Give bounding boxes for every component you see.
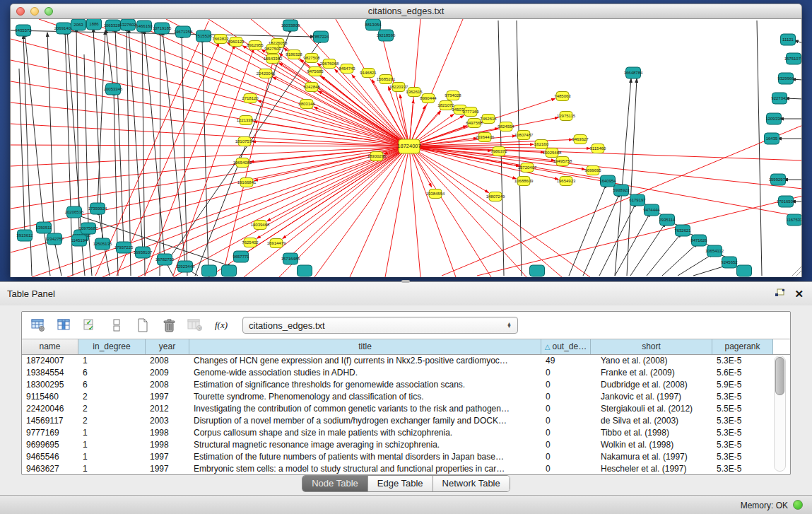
cell-year: 1997 xyxy=(146,451,189,463)
node-label: 7663822 xyxy=(212,37,229,41)
mdi-desktop: citations_edges.txt 89601238912955182260… xyxy=(0,0,812,281)
node-label: 12213387 xyxy=(237,118,256,122)
node-label: 20364436 xyxy=(476,135,495,139)
table-row[interactable]: 1830029562008Estimation of significance … xyxy=(22,379,790,391)
table-row[interactable]: 1456911722003Disruption of a novel membe… xyxy=(22,415,790,427)
column-header-title[interactable]: title xyxy=(189,339,541,354)
node-label: 8990444 xyxy=(420,96,437,100)
tab-node-table[interactable]: Node Table xyxy=(302,476,368,491)
table-row[interactable]: 977716911998Corpus callosum shape and si… xyxy=(22,427,790,439)
cell-year: 2003 xyxy=(146,415,189,427)
network-window[interactable]: citations_edges.txt 89601238912955182260… xyxy=(10,4,802,277)
node-label: 7986372 xyxy=(490,149,507,153)
table-row[interactable]: 969969511998Structural magnetic resonanc… xyxy=(22,439,790,451)
node-label: 11121 xyxy=(782,37,794,42)
table-settings-icon[interactable] xyxy=(29,317,47,334)
tab-network-table[interactable]: Network Table xyxy=(433,476,510,491)
network-node[interactable] xyxy=(530,265,545,276)
node-label: 18220337 xyxy=(389,85,408,89)
cell-year: 2008 xyxy=(146,379,189,391)
node-label: 5938923 xyxy=(613,188,630,192)
scrollbar-thumb[interactable] xyxy=(775,357,784,395)
cell-pagerank: 5.6E-5 xyxy=(712,367,773,379)
show-columns-icon[interactable] xyxy=(55,317,73,334)
network-node[interactable] xyxy=(202,265,217,276)
network-edge xyxy=(615,213,650,276)
memory-status-dot[interactable] xyxy=(793,500,803,510)
table-row[interactable]: 911546021997Tourette syndrome. Phenomeno… xyxy=(22,391,790,403)
row-height-icon[interactable] xyxy=(107,317,126,334)
table-row[interactable]: 1938455462009Genome-wide association stu… xyxy=(22,367,790,379)
split-divider-handle[interactable] xyxy=(401,280,410,283)
zoom-window-icon[interactable] xyxy=(45,7,53,16)
import-table-icon[interactable]: ✕ xyxy=(186,317,204,334)
cell-name: 9463627 xyxy=(22,463,78,475)
node-label: 1145194 xyxy=(71,238,88,243)
float-panel-icon[interactable] xyxy=(775,288,785,300)
cell-pagerank: 5.5E-5 xyxy=(712,403,773,415)
table-row[interactable]: 1872400712008Changes of HCN gene express… xyxy=(22,355,790,367)
node-label: 1167533 xyxy=(787,218,802,222)
table-selector-value: citations_edges.txt xyxy=(249,320,325,331)
node-label: 15720407 xyxy=(518,165,537,170)
node-label: 16648784 xyxy=(624,71,643,75)
column-header-out_degree[interactable]: △out_de… xyxy=(541,339,591,354)
canvas-resize-grip[interactable] xyxy=(792,266,802,276)
minimize-window-icon[interactable] xyxy=(30,7,39,16)
column-header-short[interactable]: short xyxy=(591,339,712,354)
node-label: 18300295 xyxy=(367,154,387,158)
table-vertical-scrollbar[interactable] xyxy=(774,356,786,472)
close-window-icon[interactable] xyxy=(16,7,25,16)
node-label: 2718120 xyxy=(242,96,259,100)
column-header-year[interactable]: year xyxy=(146,339,189,354)
table-row[interactable]: 946554611997Estimation of the future num… xyxy=(22,451,790,463)
node-label: 16033809 xyxy=(281,23,300,28)
network-edge xyxy=(409,146,420,277)
cell-short: Hescheler et al. (1997) xyxy=(591,463,712,475)
network-node[interactable] xyxy=(737,265,752,276)
column-header-name[interactable]: name xyxy=(22,339,78,354)
network-edge xyxy=(517,21,522,276)
cell-out_degree: 0 xyxy=(541,439,591,451)
column-header-in_degree[interactable]: in_degree xyxy=(78,339,146,354)
cell-short: Tibbo et al. (1998) xyxy=(591,427,712,439)
delete-table-icon[interactable] xyxy=(160,317,178,334)
network-edge xyxy=(129,28,143,250)
network-node[interactable] xyxy=(222,265,237,276)
close-panel-icon[interactable]: ✕ xyxy=(794,288,804,300)
node-label: 9824554 xyxy=(498,124,514,129)
node-label: 9227342 xyxy=(771,96,788,100)
node-label: 9777169 xyxy=(462,110,479,114)
select-all-icon[interactable]: ✓ ✓ xyxy=(81,317,100,334)
node-label: 10807487 xyxy=(514,133,534,137)
cell-short: Jankovic et al. (1997) xyxy=(591,391,712,403)
cell-year: 2009 xyxy=(146,367,189,379)
node-label: 1362615 xyxy=(406,90,423,94)
network-edge xyxy=(163,31,185,264)
cell-name: 9699695 xyxy=(22,439,78,451)
cell-short: Stergiakouli et al. (2012) xyxy=(591,403,712,415)
node-label: 2935114 xyxy=(659,218,676,222)
cell-title: Tourette syndrome. Phenomenology and cla… xyxy=(189,391,541,403)
function-builder-icon[interactable]: f(x) xyxy=(212,317,230,334)
column-header-pagerank[interactable]: pagerank xyxy=(712,339,773,354)
table-row[interactable]: 946362711997Embryonic stem cells: a mode… xyxy=(22,463,790,475)
sort-asc-icon: △ xyxy=(545,343,551,351)
network-window-titlebar[interactable]: citations_edges.txt xyxy=(10,4,802,19)
cell-in_degree: 1 xyxy=(78,355,146,367)
cell-out_degree: 0 xyxy=(541,391,591,403)
node-label: 6179197 xyxy=(629,198,646,202)
new-table-icon[interactable] xyxy=(134,317,152,334)
node-label: 9329966 xyxy=(777,76,794,81)
cell-in_degree: 1 xyxy=(78,451,146,463)
network-graph[interactable]: 8960123891295518226058982750381863281654… xyxy=(11,19,802,277)
table-row[interactable]: 2242004622012Investigating the contribut… xyxy=(22,403,790,415)
network-canvas[interactable]: 8960123891295518226058982750381863281654… xyxy=(10,19,802,277)
cell-pagerank: 5.3E-5 xyxy=(712,391,773,403)
cell-in_degree: 6 xyxy=(78,367,146,379)
tab-edge-table[interactable]: Edge Table xyxy=(368,476,433,491)
table-selector-dropdown[interactable]: citations_edges.txt ▲▼ xyxy=(242,317,518,334)
node-label: 16914479 xyxy=(267,241,286,245)
network-node[interactable] xyxy=(298,265,312,276)
cell-year: 1998 xyxy=(146,427,189,439)
